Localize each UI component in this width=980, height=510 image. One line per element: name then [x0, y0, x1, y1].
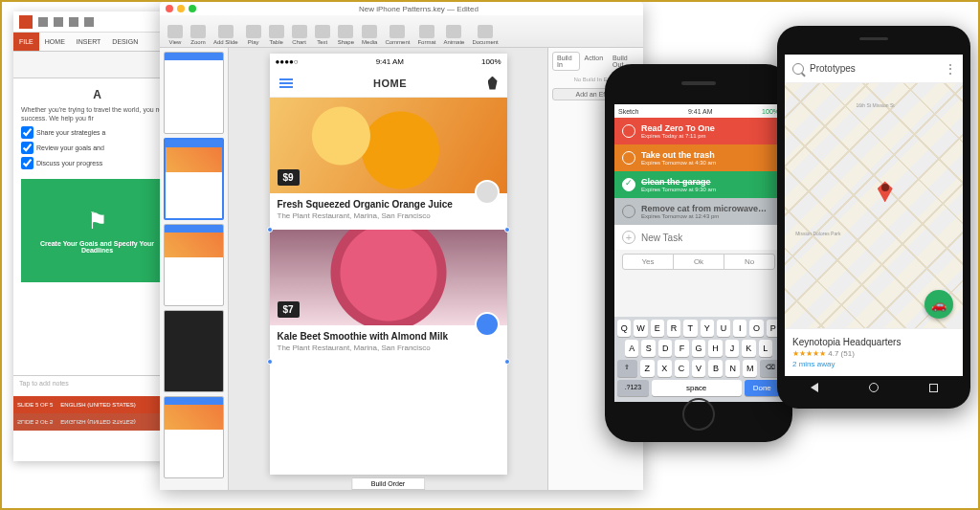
key-j[interactable]: J [725, 340, 739, 357]
close-icon[interactable] [166, 5, 173, 12]
tab-file[interactable]: FILE [13, 33, 39, 51]
key-d[interactable]: D [658, 340, 672, 357]
key-r[interactable]: R [667, 320, 680, 337]
key-e[interactable]: E [651, 320, 664, 337]
key-v[interactable]: V [692, 360, 706, 377]
slide-thumb-17[interactable] [164, 396, 224, 478]
key-numbers[interactable]: .?123 [617, 380, 649, 396]
radio-icon[interactable] [622, 205, 635, 218]
key-t[interactable]: T [683, 320, 697, 337]
slide-thumb-16[interactable] [164, 310, 224, 392]
ppt-slide-canvas[interactable]: A Whether you're trying to travel the wo… [13, 78, 181, 375]
key-c[interactable]: C [675, 360, 689, 377]
task-row-2[interactable]: Take out the trashExpires Tomorrow at 4:… [614, 144, 783, 171]
redo-icon[interactable] [69, 17, 78, 27]
vendor-avatar[interactable] [475, 180, 500, 205]
build-order-button[interactable]: Build Order [351, 477, 425, 490]
task-row-1[interactable]: Read Zero To OneExpires Today at 7:11 pm [614, 118, 783, 144]
checkbox-icon[interactable] [21, 157, 33, 169]
tool-shape[interactable]: Shape [338, 25, 354, 45]
key-h[interactable]: H [708, 340, 722, 357]
key-g[interactable]: G [692, 340, 705, 357]
ppt-notes-pane[interactable]: Tap to add notes [13, 375, 181, 396]
slide-thumb-14[interactable] [164, 138, 224, 220]
tool-zoom[interactable]: Zoom [190, 25, 206, 45]
tool-view[interactable]: View [167, 25, 183, 45]
home-icon[interactable] [869, 383, 879, 392]
overflow-menu-icon[interactable]: ⋮ [944, 61, 955, 77]
key-b[interactable]: B [708, 360, 723, 377]
slide-thumb-15[interactable] [164, 224, 224, 306]
key-s[interactable]: S [641, 340, 655, 357]
map-view[interactable]: 16th St Mission St Mission Dolores Park … [785, 83, 963, 328]
product-card-2[interactable]: $7 Kale Beet Smoothie with Almond Milk T… [270, 230, 507, 362]
key-k[interactable]: K [742, 340, 755, 357]
tool-document[interactable]: Document [472, 25, 498, 45]
segmented-control[interactable]: Yes Ok No [622, 254, 775, 270]
tool-text[interactable]: Text [315, 25, 330, 45]
search-bar[interactable]: Prototypes ⋮ [785, 55, 963, 83]
selection-handle[interactable] [267, 227, 273, 233]
tab-insert[interactable]: INSERT [71, 33, 107, 51]
product-card-1[interactable]: $9 Fresh Squeezed Organic Orange Juice T… [270, 98, 507, 230]
slide-navigator[interactable] [160, 48, 229, 490]
hamburger-icon[interactable] [279, 78, 293, 88]
tab-build-in[interactable]: Build In [552, 52, 580, 71]
key-w[interactable]: W [634, 320, 647, 337]
save-icon[interactable] [38, 17, 48, 27]
new-task-row[interactable]: + [614, 225, 783, 250]
key-y[interactable]: Y [701, 320, 714, 337]
key-u[interactable]: U [717, 320, 730, 337]
checkbox-icon[interactable] [21, 142, 33, 154]
print-icon[interactable] [84, 17, 94, 27]
radio-icon[interactable] [622, 124, 635, 138]
tool-chart[interactable]: Chart [292, 25, 307, 45]
tool-comment[interactable]: Comment [385, 25, 410, 45]
task-row-3[interactable]: Clean the garageExpires Tomorrow at 9:30… [614, 171, 783, 198]
key-o[interactable]: O [749, 320, 763, 337]
zoom-icon[interactable] [189, 5, 196, 12]
selection-handle[interactable] [504, 359, 510, 365]
seg-no[interactable]: No [724, 255, 774, 269]
radio-icon[interactable] [622, 151, 635, 165]
check-icon[interactable] [622, 178, 635, 191]
tool-table[interactable]: Table [269, 25, 284, 45]
selection-handle[interactable] [267, 359, 273, 365]
minimize-icon[interactable] [177, 5, 185, 12]
recents-icon[interactable] [929, 384, 938, 392]
seg-ok[interactable]: Ok [674, 255, 724, 269]
tool-media[interactable]: Media [362, 25, 377, 45]
location-pin-icon[interactable] [488, 77, 498, 90]
key-q[interactable]: Q [617, 320, 631, 337]
vendor-avatar[interactable] [475, 312, 500, 337]
new-task-input[interactable] [641, 233, 775, 243]
tool-add-slide[interactable]: Add Slide [213, 25, 238, 45]
key-space[interactable]: space [652, 380, 742, 396]
key-a[interactable]: A [625, 340, 638, 357]
key-l[interactable]: L [759, 340, 772, 357]
map-pin-icon[interactable] [878, 181, 893, 202]
key-done[interactable]: Done [745, 380, 780, 396]
plus-icon[interactable]: + [622, 231, 635, 244]
key-f[interactable]: F [675, 340, 688, 357]
tool-format[interactable]: Format [417, 25, 435, 45]
key-i[interactable]: I [733, 320, 746, 337]
slide-canvas[interactable]: ●●●●○ 9:41 AM 100% HOME $9 Fresh Squeeze… [229, 48, 547, 490]
back-icon[interactable] [811, 383, 818, 392]
tab-design[interactable]: DESIGN [106, 33, 144, 51]
search-input[interactable]: Prototypes [810, 63, 938, 74]
directions-fab[interactable]: 🚗 [924, 290, 953, 319]
key-z[interactable]: Z [640, 360, 655, 377]
task-row-4[interactable]: Remove cat from microwave…Expires Tomorr… [614, 198, 783, 225]
tool-animate[interactable]: Animate [443, 25, 464, 45]
key-shift[interactable]: ⇧ [617, 360, 637, 377]
tab-home[interactable]: HOME [39, 33, 71, 51]
slide-thumb-13[interactable] [164, 52, 224, 134]
selection-handle[interactable] [504, 227, 510, 233]
checkbox-icon[interactable] [21, 126, 33, 139]
seg-yes[interactable]: Yes [623, 255, 674, 269]
key-x[interactable]: X [657, 360, 672, 377]
place-card[interactable]: Keynotopia Headquarters ★★★★★ 4.7 (51) 2… [785, 328, 963, 376]
tab-action[interactable]: Action [580, 52, 608, 71]
key-m[interactable]: M [743, 360, 757, 377]
